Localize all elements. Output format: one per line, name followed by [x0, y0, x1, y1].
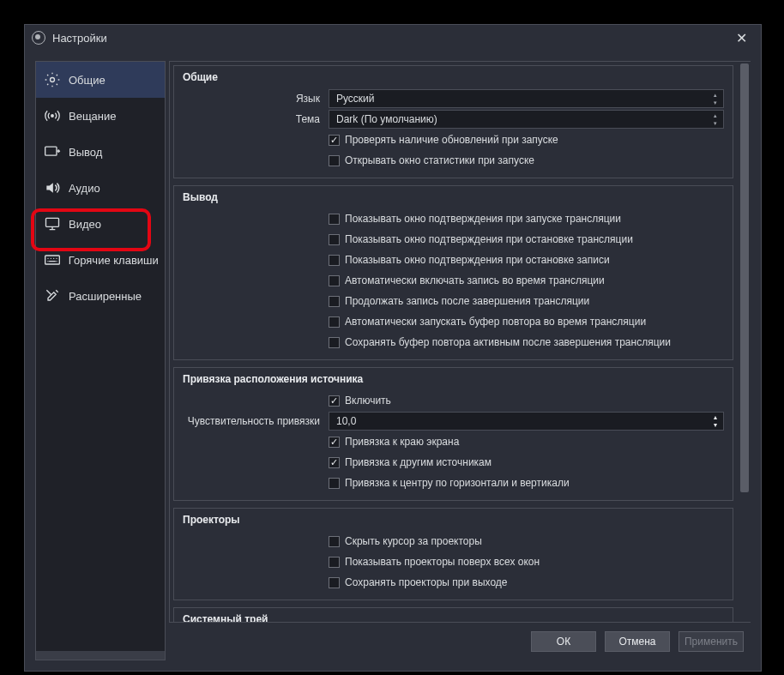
proj-save-exit-checkbox[interactable]: Сохранять проекторы при выходе	[329, 576, 508, 588]
content-area: Общие Язык Русский▴▾ Тема Dark (По умолч…	[169, 61, 751, 623]
group-header: Системный трей	[174, 608, 733, 623]
sidebar-item-advanced[interactable]: Расширенные	[36, 278, 165, 314]
theme-combo[interactable]: Dark (По умолчанию)▴▾	[329, 110, 724, 129]
speaker-icon	[43, 178, 62, 197]
sidebar-item-output[interactable]: Вывод	[36, 134, 165, 170]
tools-icon	[43, 286, 62, 305]
keep-replay-checkbox[interactable]: Сохранять буфер повтора активным после з…	[329, 336, 671, 348]
sidebar: Общие Вещание Вывод Аудио Видео Горячие …	[35, 61, 166, 660]
group-header: Привязка расположения источника	[174, 368, 733, 390]
lang-label: Язык	[183, 93, 329, 105]
titlebar: Настройки ✕	[25, 25, 761, 51]
gear-icon	[43, 70, 62, 89]
scrollbar-thumb[interactable]	[740, 63, 749, 492]
auto-replay-checkbox[interactable]: Автоматически запускать буфер повтора во…	[329, 316, 646, 328]
sidebar-item-label: Расширенные	[69, 290, 142, 303]
close-icon[interactable]: ✕	[729, 27, 754, 50]
check-updates-checkbox[interactable]: Проверять наличие обновлений при запуске	[329, 134, 558, 146]
svg-rect-3	[46, 218, 59, 226]
snap-other-checkbox[interactable]: Привязка к другим источникам	[329, 456, 492, 468]
sidebar-item-label: Видео	[69, 218, 101, 231]
snap-center-checkbox[interactable]: Привязка к центру по горизонтали и верти…	[329, 477, 570, 489]
group-header: Общие	[174, 66, 733, 88]
sidebar-item-label: Аудио	[69, 182, 100, 195]
sidebar-item-label: Вывод	[69, 146, 102, 159]
window-title: Настройки	[52, 32, 107, 45]
svg-point-1	[51, 115, 54, 118]
apply-button[interactable]: Применить	[678, 631, 744, 652]
confirm-stop-record-checkbox[interactable]: Показывать окно подтверждения при остано…	[329, 254, 610, 266]
content-scrollbar[interactable]	[739, 62, 751, 622]
open-stats-checkbox[interactable]: Открывать окно статистики при запуске	[329, 154, 534, 166]
snap-sens-label: Чувствительность привязки	[183, 415, 329, 427]
group-general: Общие Язык Русский▴▾ Тема Dark (По умолч…	[173, 65, 733, 178]
confirm-stop-stream-checkbox[interactable]: Показывать окно подтверждения при остано…	[329, 233, 633, 245]
group-header: Вывод	[174, 186, 733, 208]
settings-window: Настройки ✕ Общие Вещание Вывод Аудио	[24, 24, 762, 672]
theme-label: Тема	[183, 113, 329, 125]
group-header: Проекторы	[174, 509, 733, 531]
proj-always-top-checkbox[interactable]: Показывать проекторы поверх всех окон	[329, 556, 540, 568]
keep-record-checkbox[interactable]: Продолжать запись после завершения транс…	[329, 295, 589, 307]
output-icon	[43, 142, 62, 161]
proj-hide-cursor-checkbox[interactable]: Скрыть курсор за проекторы	[329, 535, 482, 547]
group-systray: Системный трей Включить	[173, 607, 733, 623]
group-output: Вывод Показывать окно подтверждения при …	[173, 185, 733, 360]
group-snapping: Привязка расположения источника Включить…	[173, 367, 733, 501]
sidebar-scrollbar[interactable]	[36, 651, 165, 660]
svg-rect-2	[45, 147, 57, 155]
sidebar-item-label: Вещание	[69, 110, 117, 123]
svg-point-0	[51, 78, 55, 82]
cancel-button[interactable]: Отмена	[605, 631, 670, 652]
sidebar-item-general[interactable]: Общие	[36, 62, 165, 98]
snap-sens-spinbox[interactable]: 10,0▴▾	[329, 412, 724, 431]
confirm-start-stream-checkbox[interactable]: Показывать окно подтверждения при запуск…	[329, 213, 621, 225]
sidebar-item-audio[interactable]: Аудио	[36, 170, 165, 206]
broadcast-icon	[43, 106, 62, 125]
keyboard-icon	[43, 250, 62, 269]
sidebar-item-video[interactable]: Видео	[36, 206, 165, 242]
sidebar-item-hotkeys[interactable]: Горячие клавиши	[36, 242, 165, 278]
monitor-icon	[43, 214, 62, 233]
lang-combo[interactable]: Русский▴▾	[329, 89, 724, 108]
sidebar-item-stream[interactable]: Вещание	[36, 98, 165, 134]
svg-rect-4	[45, 256, 60, 264]
ok-button[interactable]: ОК	[531, 631, 596, 652]
snap-enable-checkbox[interactable]: Включить	[329, 395, 391, 407]
footer: ОК Отмена Применить	[169, 623, 751, 660]
sidebar-item-label: Общие	[69, 74, 106, 87]
auto-record-checkbox[interactable]: Автоматически включать запись во время т…	[329, 274, 605, 286]
group-projectors: Проекторы Скрыть курсор за проекторы Пок…	[173, 508, 733, 600]
sidebar-item-label: Горячие клавиши	[69, 254, 158, 267]
snap-edge-checkbox[interactable]: Привязка к краю экрана	[329, 436, 459, 448]
app-icon	[32, 31, 45, 45]
